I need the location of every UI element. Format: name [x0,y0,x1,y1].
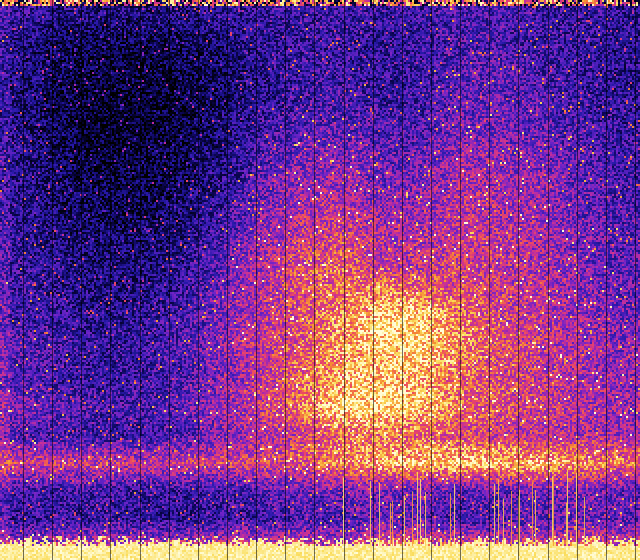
spectrogram-heatmap-canvas [0,0,640,560]
spectrogram-view [0,0,640,560]
